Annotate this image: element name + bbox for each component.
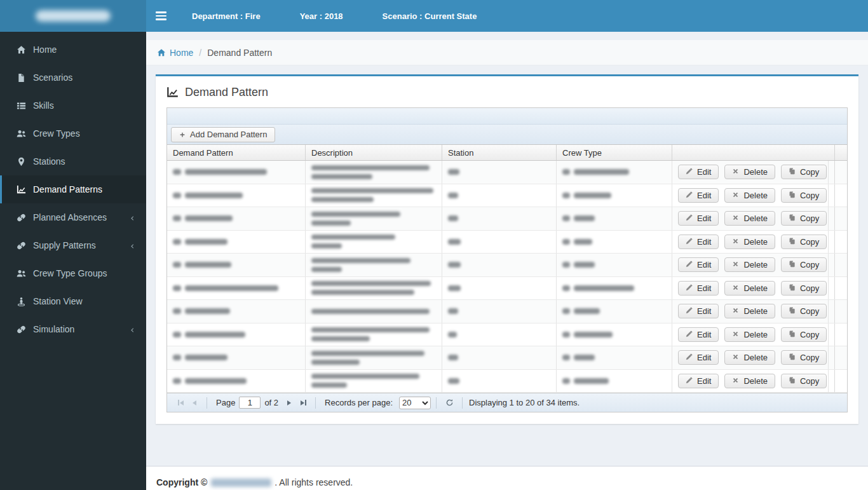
breadcrumb-current: Demand Pattern — [207, 48, 272, 58]
copy-button[interactable]: Copy — [781, 235, 827, 249]
copy-icon — [789, 167, 796, 177]
delete-button[interactable]: Delete — [724, 235, 775, 249]
topbar-item-scenario[interactable]: Scenario : Current State — [383, 11, 477, 21]
sidebar-item-scenarios[interactable]: Scenarios — [0, 64, 146, 92]
delete-button[interactable]: Delete — [724, 257, 775, 272]
edit-button[interactable]: Edit — [678, 188, 719, 203]
topbar-item-year[interactable]: Year : 2018 — [300, 11, 343, 21]
sidebar-item-stations[interactable]: Stations — [0, 147, 146, 175]
copy-icon — [789, 376, 796, 386]
column-header-crew-type[interactable]: Crew Type — [557, 145, 672, 160]
delete-button[interactable]: Delete — [724, 327, 775, 342]
pager-prev-button[interactable] — [187, 397, 201, 409]
edit-button[interactable]: Edit — [678, 211, 719, 226]
cell-spacer — [829, 346, 835, 369]
copy-icon — [789, 283, 796, 293]
cell-station — [442, 323, 557, 346]
pager-first-button[interactable] — [173, 397, 187, 409]
copy-button[interactable]: Copy — [781, 257, 827, 272]
sidebar-item-skills[interactable]: Skills — [0, 92, 146, 119]
topbar-item-department[interactable]: Department : Fire — [192, 11, 261, 21]
copy-button[interactable]: Copy — [781, 281, 827, 296]
topbar: Department : FireYear : 2018Scenario : C… — [0, 0, 868, 32]
records-per-page-select[interactable]: 20 — [399, 397, 431, 409]
column-header-actions — [672, 145, 835, 160]
edit-button[interactable]: Edit — [678, 304, 719, 318]
pager-page-input[interactable] — [239, 397, 261, 409]
sidebar-item-station-view[interactable]: Station View — [0, 287, 146, 315]
edit-button[interactable]: Edit — [678, 235, 719, 249]
delete-button[interactable]: Delete — [724, 165, 775, 179]
delete-button[interactable]: Delete — [724, 188, 775, 203]
grid-toolbar: Add Demand Pattern — [167, 125, 847, 145]
demand-pattern-grid: Add Demand Pattern Demand Pattern Descri… — [166, 107, 848, 412]
copy-icon — [789, 214, 796, 223]
app-logo[interactable] — [0, 0, 146, 32]
cell-spacer — [829, 254, 835, 276]
cell-station — [442, 161, 557, 184]
cell-description — [306, 346, 442, 369]
xmark-icon — [732, 191, 739, 200]
sidebar-item-planned-absences[interactable]: Planned Absences — [0, 203, 146, 231]
plus-icon — [179, 132, 186, 138]
add-button-label: Add Demand Pattern — [190, 130, 267, 139]
delete-button[interactable]: Delete — [724, 350, 775, 365]
pencil-icon — [686, 191, 693, 200]
map-marker-icon — [16, 156, 26, 167]
edit-button[interactable]: Edit — [678, 374, 719, 388]
cell-demand-pattern — [167, 207, 306, 230]
line-chart-icon — [166, 86, 179, 99]
sidebar-item-crew-type-groups[interactable]: Crew Type Groups — [0, 259, 146, 287]
cell-description — [306, 207, 442, 230]
add-demand-pattern-button[interactable]: Add Demand Pattern — [171, 127, 275, 142]
copy-button[interactable]: Copy — [781, 350, 827, 365]
copy-button[interactable]: Copy — [781, 165, 827, 179]
pager-next-button[interactable] — [282, 397, 296, 409]
copy-icon — [789, 237, 796, 247]
hamburger-icon[interactable] — [146, 0, 175, 32]
refresh-icon[interactable] — [442, 397, 457, 409]
sidebar-item-crew-types[interactable]: Crew Types — [0, 119, 146, 147]
delete-button[interactable]: Delete — [724, 281, 775, 296]
sidebar-item-simulation[interactable]: Simulation — [0, 315, 146, 343]
cell-description — [306, 300, 442, 323]
edit-button[interactable]: Edit — [678, 327, 719, 342]
breadcrumb-home-link[interactable]: Home — [157, 48, 193, 58]
edit-button[interactable]: Edit — [678, 350, 719, 365]
edit-button[interactable]: Edit — [678, 281, 719, 296]
sidebar-item-demand-patterns[interactable]: Demand Patterns — [0, 175, 146, 203]
cell-crew-type — [557, 207, 672, 230]
copy-button[interactable]: Copy — [781, 211, 827, 226]
cell-demand-pattern — [167, 346, 306, 369]
edit-button[interactable]: Edit — [678, 165, 719, 179]
xmark-icon — [732, 237, 739, 247]
pager-of-label: of — [264, 398, 271, 407]
copy-button[interactable]: Copy — [781, 188, 827, 203]
cell-actions: EditDeleteCopy — [672, 300, 829, 323]
delete-button[interactable]: Delete — [724, 211, 775, 226]
table-row: EditDeleteCopy — [167, 370, 847, 393]
pager-separator — [462, 397, 463, 409]
column-header-filler — [835, 145, 847, 160]
pager-last-button[interactable] — [296, 397, 310, 409]
sidebar-item-supply-patterns[interactable]: Supply Patterns — [0, 231, 146, 259]
copy-button[interactable]: Copy — [781, 327, 827, 342]
copy-icon — [789, 330, 796, 339]
link-icon — [16, 212, 26, 222]
cell-station — [442, 346, 557, 369]
cell-demand-pattern — [167, 161, 306, 184]
sidebar: HomeScenariosSkillsCrew TypesStationsDem… — [0, 32, 146, 490]
column-header-demand-pattern[interactable]: Demand Pattern — [167, 145, 306, 160]
sidebar-item-home[interactable]: Home — [0, 36, 146, 64]
delete-button[interactable]: Delete — [724, 374, 775, 388]
copy-button[interactable]: Copy — [781, 304, 827, 318]
edit-button[interactable]: Edit — [678, 257, 719, 272]
copy-button[interactable]: Copy — [781, 374, 827, 388]
column-header-description[interactable]: Description — [306, 145, 442, 160]
grid-body: EditDeleteCopyEditDeleteCopyEditDeleteCo… — [167, 161, 847, 393]
breadcrumb: Home / Demand Pattern — [146, 40, 868, 65]
delete-button[interactable]: Delete — [724, 304, 775, 318]
column-header-station[interactable]: Station — [442, 145, 557, 160]
topbar-nav: Department : FireYear : 2018Scenario : C… — [146, 0, 868, 32]
users-icon — [16, 128, 26, 139]
